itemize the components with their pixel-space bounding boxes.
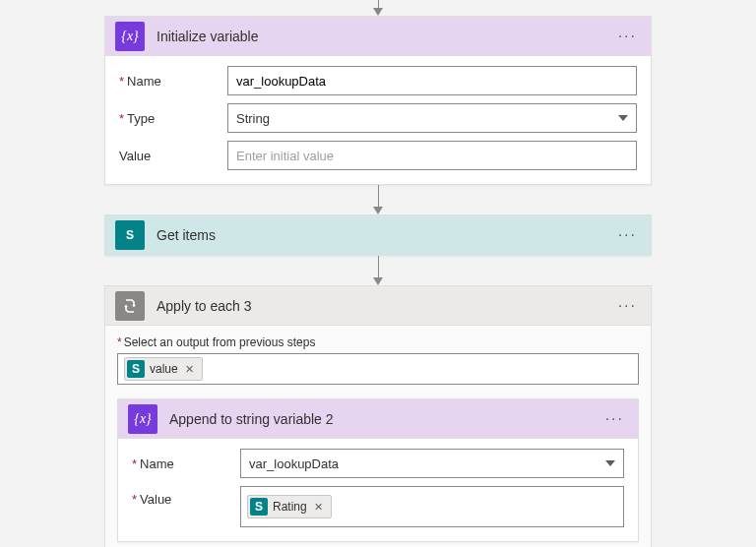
rating-token[interactable]: S Rating ✕	[247, 495, 332, 518]
more-menu-button[interactable]: ···	[601, 408, 628, 430]
connector-arrow	[373, 185, 383, 214]
type-value: String	[236, 111, 270, 126]
select-output-field[interactable]: S value ✕	[117, 353, 639, 385]
value-input[interactable]	[227, 141, 637, 170]
more-menu-button[interactable]: ···	[614, 224, 641, 246]
variable-icon: {x}	[128, 404, 158, 434]
apply-to-each-header[interactable]: Apply to each 3 ···	[105, 286, 651, 326]
initialize-variable-title: Initialize variable	[157, 29, 614, 44]
append-name-select[interactable]: var_lookupData	[240, 449, 624, 478]
initialize-variable-header[interactable]: {x} Initialize variable ···	[105, 17, 651, 56]
get-items-card: S Get items ···	[104, 214, 652, 256]
sharepoint-icon: S	[115, 220, 145, 250]
connector-arrow	[373, 0, 383, 16]
type-label: Type	[119, 111, 227, 126]
apply-to-each-card: Apply to each 3 ··· Select an output fro…	[104, 285, 652, 547]
name-label: Name	[119, 74, 227, 89]
get-items-title: Get items	[157, 227, 614, 243]
value-token[interactable]: S value ✕	[124, 357, 203, 381]
more-menu-button[interactable]: ···	[614, 295, 641, 317]
initialize-variable-card: {x} Initialize variable ··· Name Type St…	[104, 16, 652, 185]
append-string-card: {x} Append to string variable 2 ··· Name…	[117, 398, 639, 542]
loop-icon	[115, 291, 145, 321]
append-name-value: var_lookupData	[249, 456, 339, 471]
variable-icon: {x}	[115, 22, 145, 51]
get-items-header[interactable]: S Get items ···	[105, 215, 651, 255]
chevron-down-icon	[618, 115, 628, 121]
token-label: Rating	[273, 500, 307, 514]
token-remove-button[interactable]: ✕	[312, 501, 325, 514]
apply-to-each-title: Apply to each 3	[157, 298, 614, 314]
more-menu-button[interactable]: ···	[614, 26, 641, 47]
chevron-down-icon	[605, 460, 615, 466]
append-value-label: Value	[132, 486, 240, 507]
sharepoint-icon: S	[127, 360, 145, 378]
value-label: Value	[119, 149, 227, 163]
select-output-label: Select an output from previous steps	[117, 335, 639, 349]
append-string-title: Append to string variable 2	[169, 411, 601, 427]
append-value-field[interactable]: S Rating ✕	[240, 486, 624, 527]
token-remove-button[interactable]: ✕	[183, 363, 196, 376]
type-select[interactable]: String	[227, 103, 637, 133]
name-input[interactable]	[227, 66, 637, 95]
append-string-header[interactable]: {x} Append to string variable 2 ···	[118, 399, 638, 439]
connector-arrow	[373, 256, 383, 285]
token-label: value	[150, 362, 178, 376]
append-name-label: Name	[132, 456, 240, 471]
sharepoint-icon: S	[250, 498, 268, 516]
